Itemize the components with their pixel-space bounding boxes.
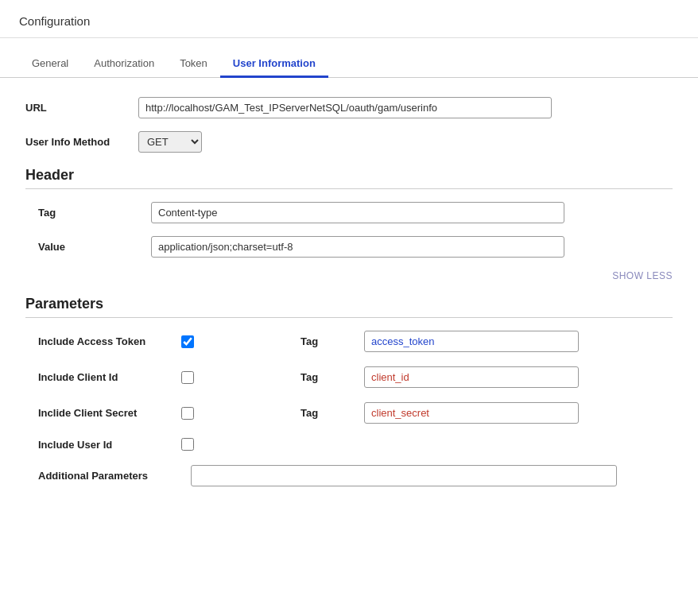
param-include-user-id-checkbox[interactable] xyxy=(181,438,194,451)
param-include-access-token-label: Include Access Token xyxy=(38,335,181,347)
parameters-section-title: Parameters xyxy=(25,296,673,312)
header-tag-label: Tag xyxy=(38,207,142,219)
param-row-include-user-id: Include User Id xyxy=(25,438,673,451)
param-include-client-id-label: Include Client Id xyxy=(38,371,181,383)
main-content: URL User Info Method GET POST PUT Header… xyxy=(0,78,698,520)
header-value-label: Value xyxy=(38,241,142,253)
url-label: URL xyxy=(25,102,129,114)
param-access-token-tag-label: Tag xyxy=(205,335,364,347)
url-row: URL xyxy=(25,97,673,118)
param-client-id-tag-input[interactable] xyxy=(364,366,579,388)
additional-parameters-label: Additional Parameters xyxy=(38,470,181,482)
param-include-user-id-label: Include User Id xyxy=(38,439,181,451)
param-client-secret-tag-label: Tag xyxy=(205,407,364,419)
header-value-row: Value xyxy=(25,236,673,258)
param-client-id-tag-label: Tag xyxy=(205,371,364,383)
param-include-access-token-checkbox[interactable] xyxy=(181,335,194,348)
param-access-token-tag-input[interactable] xyxy=(364,331,579,352)
url-input[interactable] xyxy=(138,97,552,118)
user-info-method-select[interactable]: GET POST PUT xyxy=(138,131,202,153)
param-inclide-client-secret-label: Inclide Client Secret xyxy=(38,407,181,419)
tabs-bar: General Authorization Token User Informa… xyxy=(0,51,698,78)
param-include-client-id-checkbox-wrap xyxy=(181,371,205,384)
additional-parameters-row: Additional Parameters xyxy=(25,465,673,486)
param-row-inclide-client-secret: Inclide Client Secret Tag xyxy=(25,402,673,424)
header-tag-input[interactable] xyxy=(151,202,564,223)
parameters-divider xyxy=(25,317,673,318)
header-divider xyxy=(25,188,673,189)
param-row-include-access-token: Include Access Token Tag xyxy=(25,331,673,352)
param-include-access-token-checkbox-wrap xyxy=(181,335,205,348)
tab-general[interactable]: General xyxy=(19,51,81,78)
param-client-secret-tag-input[interactable] xyxy=(364,402,579,424)
header-value-input[interactable] xyxy=(151,236,564,258)
parameters-section: Parameters Include Access Token Tag Incl… xyxy=(25,296,673,486)
page-title: Configuration xyxy=(0,0,698,38)
param-row-include-client-id: Include Client Id Tag xyxy=(25,366,673,388)
tab-token[interactable]: Token xyxy=(167,51,220,78)
header-section-title: Header xyxy=(25,167,673,184)
param-include-user-id-checkbox-wrap xyxy=(181,438,205,451)
param-inclide-client-secret-checkbox-wrap xyxy=(181,407,205,420)
additional-parameters-input[interactable] xyxy=(191,465,617,486)
show-less-link[interactable]: SHOW LESS xyxy=(25,270,673,281)
tab-user-information[interactable]: User Information xyxy=(220,51,328,78)
user-info-method-label: User Info Method xyxy=(25,136,129,148)
tab-authorization[interactable]: Authorization xyxy=(81,51,167,78)
header-tag-row: Tag xyxy=(25,202,673,223)
param-inclide-client-secret-checkbox[interactable] xyxy=(181,407,194,420)
param-include-client-id-checkbox[interactable] xyxy=(181,371,194,384)
user-info-method-row: User Info Method GET POST PUT xyxy=(25,131,673,153)
